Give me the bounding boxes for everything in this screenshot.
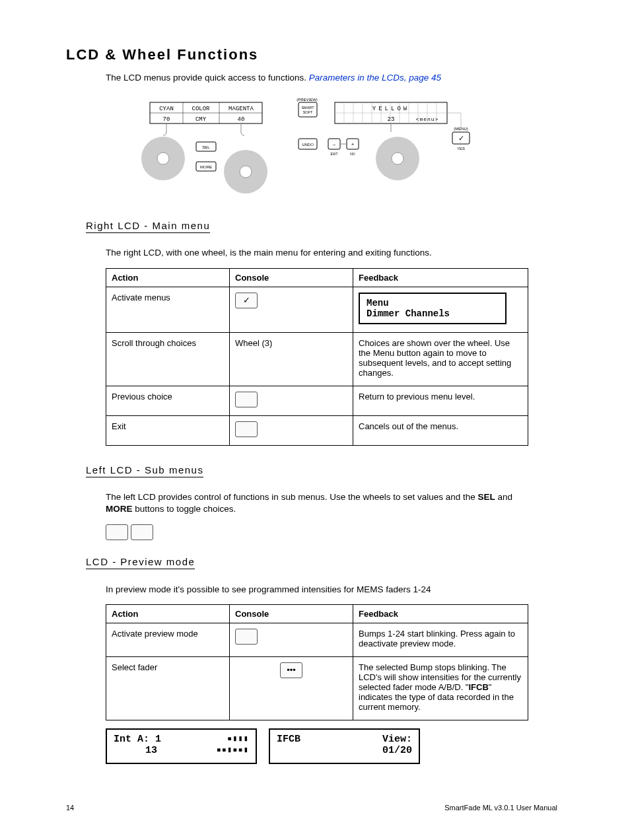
more-label: MORE — [106, 504, 133, 514]
cell-action: Previous choice — [106, 386, 230, 415]
blank-button-icon — [106, 524, 128, 540]
th-feedback: Feedback — [353, 268, 528, 287]
svg-text:(PREVIEW): (PREVIEW) — [297, 98, 318, 102]
intro-crossref-link[interactable]: Parameters in the LCDs, page 45 — [309, 73, 441, 83]
table-row: Activate preview mode Bumps 1-24 start b… — [106, 623, 528, 657]
left-lcd-body: The left LCD provides control of functio… — [106, 491, 538, 515]
table-row: Previous choice Return to previous menu … — [106, 386, 528, 415]
left-lcd-heading: Left LCD - Sub menus — [86, 464, 203, 477]
table-row: Select fader ••• The selected Bump stops… — [106, 657, 528, 720]
panel-r2b: 01/20 — [382, 745, 412, 756]
th-console: Console — [230, 605, 353, 623]
panel-l2a: 13 — [114, 745, 157, 756]
svg-text:SEL: SEL — [202, 145, 210, 149]
cell-console — [230, 386, 353, 415]
dots-button-icon: ••• — [280, 662, 302, 678]
left-lcd-body-pre: The left LCD provides control of functio… — [106, 492, 478, 502]
intro-paragraph: The LCD menus provide quick access to fu… — [106, 73, 564, 83]
preview-body: In preview mode it's possible to see pro… — [106, 584, 538, 596]
panel-r1b: View: — [382, 734, 412, 745]
cell-feedback: Menu Dimmer Channels — [353, 287, 528, 332]
table-row: Scroll through choices Wheel (3) Choices… — [106, 332, 528, 386]
th-action: Action — [106, 268, 230, 287]
figure-svg: CYAN COLOR MAGENTA 70 CMY 40 SEL MORE (P… — [137, 96, 493, 201]
svg-text:CYAN: CYAN — [159, 106, 174, 112]
lcd-panel-right: IFCB View: 01/20 — [269, 728, 420, 764]
fb-line1: Menu — [367, 298, 499, 308]
cell-feedback: Return to previous menu level. — [353, 386, 528, 415]
svg-text:<menu>: <menu> — [416, 116, 439, 122]
cell-feedback: The selected Bump stops blinking. The LC… — [353, 657, 528, 720]
svg-text:SMART: SMART — [301, 106, 314, 110]
svg-text:–: – — [333, 141, 336, 147]
svg-text:40: 40 — [238, 116, 245, 123]
panel-r1a: IFCB — [277, 734, 300, 745]
cell-console: Wheel (3) — [230, 332, 353, 386]
and-text: and — [495, 492, 512, 502]
preview-heading: LCD - Preview mode — [86, 556, 195, 569]
svg-text:+: + — [351, 141, 355, 147]
blank-button-icon — [235, 392, 258, 407]
cell-action: Activate menus — [106, 287, 230, 332]
cell-console: ✓ — [230, 287, 353, 332]
svg-text:EXIT: EXIT — [330, 152, 337, 156]
panel-l1a: Int A: 1 — [114, 734, 161, 745]
bars-icon: ▪▪▮▪▪▮ — [217, 745, 249, 756]
right-lcd-heading: Right LCD - Main menu — [86, 220, 210, 233]
svg-text:SOFT: SOFT — [303, 110, 313, 114]
cell-action: Exit — [106, 415, 230, 445]
svg-point-13 — [240, 166, 252, 178]
lcd-feedback-box: Menu Dimmer Channels — [359, 293, 507, 324]
svg-text:70: 70 — [163, 116, 170, 123]
section-heading: LCD & Wheel Functions — [66, 46, 564, 63]
check-icon: ✓ — [235, 293, 258, 308]
cell-feedback: Cancels out of the menus. — [353, 415, 528, 445]
th-feedback: Feedback — [353, 605, 528, 623]
cell-console — [230, 415, 353, 445]
preview-table: Action Console Feedback Activate preview… — [106, 604, 528, 720]
svg-text:✓: ✓ — [458, 134, 464, 142]
th-console: Console — [230, 268, 353, 287]
manual-title: SmartFade ML v3.0.1 User Manual — [444, 804, 557, 812]
svg-text:YES: YES — [457, 147, 465, 151]
fb-line2: Dimmer Channels — [367, 308, 499, 319]
svg-point-11 — [157, 153, 169, 164]
cell-action: Scroll through choices — [106, 332, 230, 386]
th-action: Action — [106, 605, 230, 623]
intro-text: The LCD menus provide quick access to fu… — [106, 73, 309, 83]
cell-console: ••• — [230, 657, 353, 720]
fb-pre: The selected Bump stops blinking. The LC… — [359, 662, 521, 692]
cell-action: Activate preview mode — [106, 623, 230, 657]
cell-action: Select fader — [106, 657, 230, 720]
left-lcd-body-post: buttons to toggle choices. — [133, 504, 236, 514]
right-lcd-body: The right LCD, with one wheel, is the ma… — [106, 247, 538, 259]
cell-feedback: Bumps 1-24 start blinking. Press again t… — [353, 623, 528, 657]
svg-text:23: 23 — [388, 116, 395, 123]
svg-text:NO: NO — [350, 152, 355, 156]
blank-button-icon — [131, 524, 153, 540]
table-row: Activate menus ✓ Menu Dimmer Channels — [106, 287, 528, 332]
blank-button-icon — [235, 421, 258, 437]
blank-button-icon — [235, 629, 258, 645]
table-row: Exit Cancels out of the menus. — [106, 415, 528, 445]
cell-feedback: Choices are shown over the wheel. Use th… — [353, 332, 528, 386]
preview-lcd-panels: Int A: 1 ▪▮▮▮ 13 ▪▪▮▪▪▮ IFCB View: 01/20 — [106, 728, 538, 764]
page-footer: 14 SmartFade ML v3.0.1 User Manual — [66, 804, 564, 812]
svg-text:YELLOW: YELLOW — [372, 106, 409, 112]
cell-console — [230, 623, 353, 657]
svg-point-48 — [392, 153, 403, 164]
svg-text:CMY: CMY — [195, 116, 207, 123]
sel-label: SEL — [478, 492, 495, 502]
bars-icon: ▪▮▮▮ — [227, 734, 249, 745]
svg-text:COLOR: COLOR — [192, 106, 210, 112]
lcd-panel-left: Int A: 1 ▪▮▮▮ 13 ▪▪▮▪▪▮ — [106, 728, 257, 764]
svg-text:MAGENTA: MAGENTA — [228, 106, 254, 112]
ifcb-bold: IFCB — [468, 682, 488, 692]
svg-text:MORE: MORE — [200, 165, 212, 169]
left-lcd-buttons — [106, 524, 564, 540]
svg-text:UNDO: UNDO — [302, 143, 314, 147]
lcd-wheel-figure: CYAN COLOR MAGENTA 70 CMY 40 SEL MORE (P… — [66, 96, 564, 201]
right-lcd-table: Action Console Feedback Activate menus ✓… — [106, 268, 528, 446]
svg-rect-19 — [298, 102, 317, 117]
page-number: 14 — [66, 804, 74, 812]
